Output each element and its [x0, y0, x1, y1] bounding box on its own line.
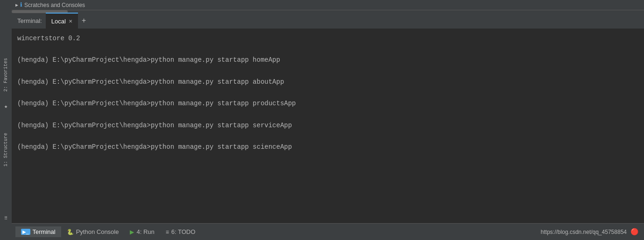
terminal-toolbar-label: Terminal: [33, 228, 56, 235]
scratches-title: Scratches and Consoles: [24, 2, 85, 8]
tab-close-icon[interactable]: ✕: [69, 19, 72, 24]
terminal-toolbar-item[interactable]: ▶_ Terminal: [15, 226, 61, 237]
tab-local-label: Local: [51, 18, 66, 25]
sidebar-dots: ⠿: [4, 216, 7, 221]
main-content: ▶ ℹ Scratches and Consoles Terminal: Loc…: [12, 0, 644, 240]
terminal-line-2: (hengda) E:\pyCharmProject\hengda>python…: [17, 55, 638, 65]
tab-local[interactable]: Local ✕: [46, 13, 78, 29]
run-label: 4: Run: [136, 228, 154, 235]
terminal-line-4: (hengda) E:\pyCharmProject\hengda>python…: [17, 98, 638, 109]
notification-icon: 🔴: [630, 228, 640, 236]
run-toolbar-item[interactable]: ▶ 4: Run: [124, 226, 160, 237]
status-url: https://blog.csdn.net/qq_45758854: [541, 229, 630, 235]
terminal-empty-4: [17, 111, 638, 120]
terminal-icon: ▶_: [21, 229, 30, 235]
terminal-output: wincertstore 0.2 (hengda) E:\pyCharmProj…: [12, 29, 644, 223]
terminal-empty-1: [17, 45, 638, 55]
sidebar-structure-label[interactable]: 1: Structure: [2, 131, 9, 168]
terminal-line-1: wincertstore 0.2: [17, 33, 638, 44]
tab-add-button[interactable]: +: [78, 17, 90, 25]
python-console-toolbar-item[interactable]: 🐍 Python Console: [61, 226, 125, 237]
todo-toolbar-item[interactable]: ≡ 6: TODO: [160, 226, 201, 237]
terminal-line-6: (hengda) E:\pyCharmProject\hengda>python…: [17, 142, 638, 152]
terminal-label: Terminal:: [12, 17, 46, 24]
scratches-header: ▶ ℹ Scratches and Consoles: [12, 0, 644, 10]
todo-label: 6: TODO: [171, 228, 196, 235]
terminal-empty-3: [17, 89, 638, 98]
terminal-line-5: (hengda) E:\pyCharmProject\hengda>python…: [17, 120, 638, 131]
play-icon: ▶: [15, 2, 18, 8]
terminal-line-3: (hengda) E:\pyCharmProject\hengda>python…: [17, 77, 638, 87]
star-icon: ★: [4, 103, 7, 110]
todo-icon: ≡: [166, 229, 169, 235]
sidebar-favorites-label[interactable]: 2: Favorites: [2, 56, 9, 94]
python-console-label: Python Console: [76, 228, 119, 235]
run-icon: ▶: [130, 229, 134, 235]
info-icon: ℹ: [20, 1, 22, 8]
terminal-empty-5: [17, 132, 638, 142]
sidebar-strip: 2: Favorites ★ 1: Structure ⠿: [0, 0, 12, 240]
bottom-toolbar: ▶_ Terminal 🐍 Python Console ▶ 4: Run ≡ …: [12, 223, 644, 240]
python-icon: 🐍: [67, 229, 74, 235]
terminal-tabs-bar: Terminal: Local ✕ +: [12, 13, 644, 29]
terminal-empty-2: [17, 67, 638, 77]
